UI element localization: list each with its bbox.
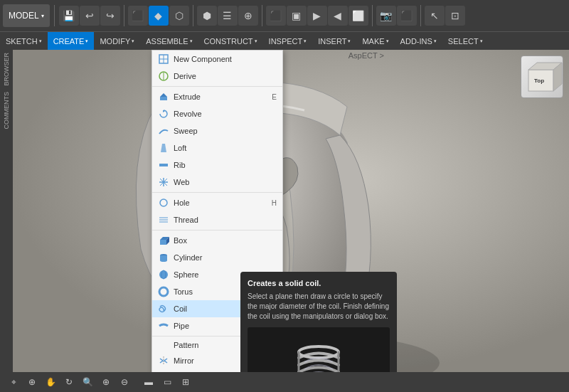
menu-web[interactable]: Web [152,174,282,191]
menu-inspect[interactable]: INSPECT ▾ [263,32,313,51]
sep-2 [152,192,282,193]
tool8-icon[interactable]: ⬜ [349,6,368,26]
svg-rect-26 [160,240,166,245]
tool4-icon[interactable]: ⬛ [266,6,286,26]
menu-bar: SKETCH ▾ CREATE ▾ MODIFY ▾ ASSEMBLE ▾ CO… [0,31,569,50]
menu-box[interactable]: Box [152,232,282,249]
bottom-origin-icon[interactable]: ⌖ [6,374,21,390]
bottom-grid-icon[interactable]: ⊞ [178,374,193,390]
camera-icon[interactable]: 📷 [376,6,396,26]
toolbar-sep-4 [262,5,262,26]
aspect-text: AspECT > [349,51,384,60]
tool2-icon[interactable]: ☰ [218,6,238,26]
svg-marker-16 [161,144,166,152]
left-panel: BROWSER COMMENTS [0,50,13,372]
menu-addins[interactable]: ADD-INS ▾ [395,32,442,51]
undo-icon[interactable]: ↩ [80,6,100,26]
menu-rib[interactable]: Rib [152,157,282,174]
menu-insert[interactable]: INSERT ▾ [312,32,356,51]
cube-svg: Top [521,55,563,98]
toolbar-sep-2 [124,5,124,26]
redo-icon[interactable]: ↪ [100,6,120,26]
svg-point-22 [160,199,167,206]
surface-icon[interactable]: ◆ [149,6,169,26]
main-area: BROWSER COMMENTS [0,50,569,372]
tool7-icon[interactable]: ◀ [328,6,348,26]
3d-viewport[interactable]: AspECT > Top New Component [13,50,569,372]
svg-text:Top: Top [534,78,544,84]
sweep-icon [158,125,169,137]
menu-sketch[interactable]: SKETCH ▾ [0,32,48,51]
bottom-toolbar: ⌖ ⊕ ✋ ↻ 🔍 ⊕ ⊖ ▬ ▭ ⊞ [0,372,569,392]
menu-new-component[interactable]: New Component [152,51,282,68]
browser-label[interactable]: BROWSER [1,50,11,89]
model-button[interactable]: MODEL ▾ [3,4,50,27]
save-icon[interactable]: 💾 [59,6,79,26]
bottom-zoom-fit-icon[interactable]: ⊕ [24,374,40,390]
menu-revolve[interactable]: Revolve [152,105,282,122]
bottom-zoom-in-icon[interactable]: ⊕ [98,374,114,390]
tool5-icon[interactable]: ▣ [287,6,307,26]
menu-thread[interactable]: Thread [152,211,282,228]
pipe-icon [158,320,169,332]
solid-icon[interactable]: ⬛ [128,6,148,26]
bottom-orbit-icon[interactable]: ↻ [61,374,77,390]
toolbar-icons-group: 💾 ↩ ↪ ⬛ ◆ ⬡ ⬢ ☰ ⊕ ⬛ ▣ ▶ ◀ ⬜ 📷 ⬛ ↖ ⊡ [59,5,465,26]
tool3-icon[interactable]: ⊕ [238,6,258,26]
bottom-view1-icon[interactable]: ▬ [141,374,156,390]
select-icon[interactable]: ↖ [425,6,445,26]
menu-create[interactable]: CREATE ▾ [48,32,95,51]
web-icon [158,176,169,188]
bottom-pan-icon[interactable]: ✋ [43,374,58,390]
sep-3 [152,230,282,231]
menu-assemble[interactable]: ASSEMBLE ▾ [140,32,198,51]
menu-loft[interactable]: Loft [152,139,282,157]
model-label: MODEL [9,11,39,21]
menu-sweep[interactable]: Sweep [152,122,282,139]
bottom-zoom-icon[interactable]: 🔍 [80,374,95,390]
bottom-sep1 [135,374,138,390]
top-toolbar: MODEL ▾ 💾 ↩ ↪ ⬛ ◆ ⬡ ⬢ ☰ ⊕ ⬛ ▣ ▶ ◀ ⬜ 📷 ⬛ … [0,0,569,31]
menu-modify[interactable]: MODIFY ▾ [94,32,140,51]
toolbar-sep-1 [54,5,55,26]
coil-icon [158,303,169,314]
rib-icon [158,159,169,171]
coil-spring-preview [287,331,351,372]
nav-cube[interactable]: Top [521,55,563,98]
toolbar-sep-6 [420,5,421,26]
tool6-icon[interactable]: ▶ [307,6,327,26]
toolbar-sep-5 [372,5,373,26]
tool10-icon[interactable]: ⊡ [445,6,465,26]
toolbar-sep-3 [193,5,193,26]
thread-icon [158,214,169,226]
hole-shortcut: H [272,199,277,207]
mirror-icon [158,355,169,366]
extrude-shortcut: E [272,93,277,101]
tooltip-image [248,327,390,372]
comments-label[interactable]: COMMENTS [1,89,11,132]
menu-extrude[interactable]: Extrude E [152,88,282,105]
menu-make[interactable]: MAKE ▾ [356,32,394,51]
hole-icon [158,197,169,208]
model-arrow: ▾ [41,13,44,19]
svg-rect-13 [160,97,167,100]
tooltip-panel: Creates a solid coil. Select a plane the… [240,272,397,372]
menu-derive[interactable]: Derive [152,68,282,85]
svg-marker-14 [160,93,167,97]
menu-construct[interactable]: CONSTRUCT ▾ [198,32,263,51]
mesh-icon[interactable]: ⬡ [169,6,189,26]
svg-point-32 [159,270,168,279]
new-component-icon [158,53,169,65]
tool9-icon[interactable]: ⬛ [397,6,417,26]
bottom-zoom-out-icon[interactable]: ⊖ [117,374,132,390]
derive-icon [158,70,169,82]
tool1-icon[interactable]: ⬢ [197,6,217,26]
box-icon [158,235,169,246]
bottom-view2-icon[interactable]: ▭ [159,374,175,390]
torus-icon [158,286,169,297]
loft-icon [158,142,169,154]
cube-face[interactable]: Top [521,55,563,98]
menu-select[interactable]: SELECT ▾ [442,32,489,51]
menu-hole[interactable]: Hole H [152,194,282,211]
menu-cylinder[interactable]: Cylinder [152,249,282,266]
